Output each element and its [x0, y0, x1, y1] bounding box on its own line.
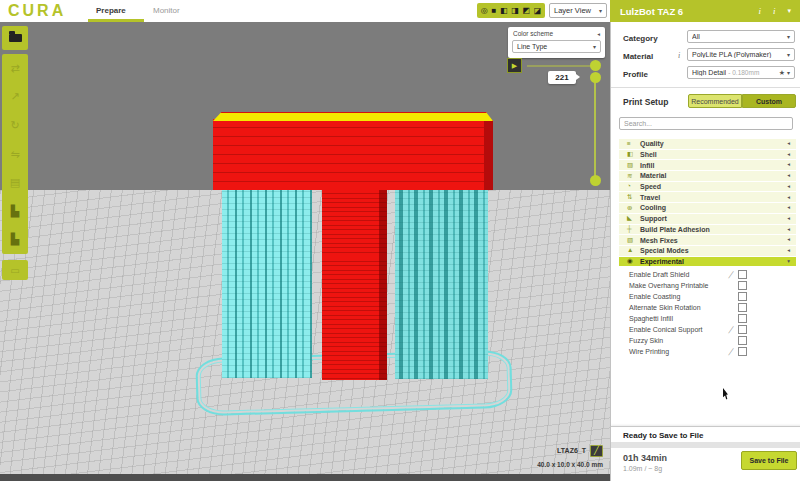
- checkbox-enable-coasting[interactable]: [738, 292, 747, 301]
- view-mode-dropdown[interactable]: Layer View ▾: [549, 3, 607, 18]
- settings-category-speed[interactable]: ◔Speed◂: [619, 182, 796, 192]
- layer-slider-track[interactable]: [594, 77, 596, 180]
- cooling-icon: ⊛: [627, 205, 640, 212]
- category-value: All: [692, 33, 787, 40]
- view-right-icon[interactable]: ◨: [511, 7, 519, 15]
- collapse-panel-icon[interactable]: ▾: [787, 7, 791, 15]
- settings-category-mesh-fixes[interactable]: ▧Mesh Fixes◂: [619, 235, 796, 245]
- settings-category-infill[interactable]: ▨Infill◂: [619, 160, 796, 170]
- chevron-down-icon: ▾: [599, 8, 602, 14]
- model-t-stem[interactable]: [322, 190, 387, 380]
- scale-tool-icon[interactable]: ↗: [2, 83, 28, 112]
- view-mode-value: Layer View: [554, 6, 591, 15]
- color-scheme-dropdown[interactable]: Line Type ▾: [512, 40, 601, 53]
- link-icon: ╱: [728, 348, 733, 356]
- settings-category-list: ≡Quality◂◧Shell◂▨Infill◂≋Material◂◔Speed…: [619, 139, 796, 267]
- rotate-tool-icon[interactable]: ↻: [2, 111, 28, 140]
- layer-slider-top-handle[interactable]: [590, 72, 601, 83]
- setting-label: Make Overhang Printable: [629, 282, 708, 289]
- profile-info-icon[interactable]: i: [773, 6, 776, 16]
- mirror-tool-icon[interactable]: ⇋: [2, 140, 28, 169]
- save-to-file-button[interactable]: Save to File: [741, 451, 797, 470]
- checkbox-make-overhang-printable[interactable]: [738, 281, 747, 290]
- move-tool-icon[interactable]: ⇄: [2, 54, 28, 83]
- material-info-icon[interactable]: i: [678, 51, 680, 60]
- chevron-down-icon: ▾: [787, 52, 790, 58]
- print-setup-label: Print Setup: [623, 97, 668, 107]
- viewport-3d[interactable]: ⇄↗↻⇋▤▙▙ ▭ Color scheme ◂ Line Type ▾ ▶ 2…: [0, 22, 610, 481]
- custom-mode-button[interactable]: Custom: [742, 94, 796, 108]
- recommended-mode-button[interactable]: Recommended: [688, 94, 742, 108]
- profile-dropdown[interactable]: High Detail - 0.180mm ★ ▾: [687, 66, 795, 79]
- settings-category-special-modes[interactable]: ▲Special Modes◂: [619, 246, 796, 256]
- profile-value: High Detail: [692, 69, 726, 76]
- setting-label: Wire Printing: [629, 348, 669, 355]
- setting-row-fuzzy-skin: Fuzzy Skin: [619, 336, 796, 347]
- sidebar-tool-strip: ⇄↗↻⇋▤▙▙: [2, 54, 28, 254]
- checkbox-alternate-skin-rotation[interactable]: [738, 303, 747, 312]
- checkbox-enable-draft-shield[interactable]: [738, 270, 747, 279]
- link-icon: ╱: [728, 271, 733, 279]
- tab-prepare[interactable]: Prepare: [96, 6, 126, 15]
- material-dropdown[interactable]: PolyLite PLA (Polymaker) ▾: [687, 48, 795, 61]
- settings-search-input[interactable]: [619, 117, 793, 130]
- chevron-left-icon: ◂: [787, 141, 790, 147]
- view-top-icon[interactable]: ◩: [522, 7, 530, 15]
- checkbox-wire-printing[interactable]: [738, 347, 747, 356]
- view-left-icon[interactable]: ◧: [500, 7, 508, 15]
- settings-category-travel[interactable]: ⇅Travel◂: [619, 192, 796, 202]
- settings-category-shell[interactable]: ◧Shell◂: [619, 150, 796, 160]
- experimental-icon: ◉: [627, 258, 640, 265]
- experimental-settings-list: Enable Draft Shield╱Make Overhang Printa…: [619, 270, 796, 358]
- print-time-estimate: 01h 34min: [623, 453, 667, 463]
- category-label: Quality: [640, 140, 787, 147]
- setting-label: Enable Draft Shield: [629, 271, 689, 278]
- open-folder-icon: [9, 34, 22, 42]
- setting-row-enable-draft-shield: Enable Draft Shield╱: [619, 270, 796, 281]
- settings-category-support[interactable]: ◣Support◂: [619, 214, 796, 224]
- view-front-icon[interactable]: ■: [491, 7, 496, 15]
- checkbox-fuzzy-skin[interactable]: [738, 336, 747, 345]
- open-file-button[interactable]: [2, 26, 28, 50]
- mouse-cursor: [723, 388, 731, 400]
- category-label: Mesh Fixes: [640, 237, 787, 244]
- layer-number-flag: 221: [548, 71, 576, 84]
- viewport-bottom-strip: [0, 474, 610, 481]
- status-text: Ready to Save to File: [623, 431, 703, 440]
- setting-label: Fuzzy Skin: [629, 337, 663, 344]
- view-3d-icon[interactable]: ◎: [481, 7, 488, 15]
- checkbox-enable-conical-support[interactable]: [738, 325, 747, 334]
- model-t-bar[interactable]: [213, 119, 484, 190]
- checkbox-spaghetti-infill[interactable]: [738, 314, 747, 323]
- rename-model-button[interactable]: ╱: [590, 445, 603, 457]
- chevron-left-icon: ◂: [787, 173, 790, 179]
- playback-slider-handle[interactable]: [590, 60, 601, 71]
- category-dropdown[interactable]: All ▾: [687, 30, 795, 43]
- link-icon: ╱: [728, 326, 733, 334]
- category-label: Cooling: [640, 204, 787, 211]
- category-label: Special Modes: [640, 247, 787, 254]
- chevron-left-icon: ◂: [787, 216, 790, 222]
- layer-play-button[interactable]: ▶: [507, 58, 522, 73]
- model-list-button[interactable]: ▭: [2, 260, 28, 280]
- settings-category-quality[interactable]: ≡Quality◂: [619, 139, 796, 149]
- tab-monitor[interactable]: Monitor: [153, 6, 180, 15]
- custom-supports-icon[interactable]: ▙: [2, 225, 28, 254]
- support-structure-left: [222, 190, 312, 378]
- view-bottom-icon[interactable]: ◪: [534, 7, 542, 15]
- support-blocker-icon[interactable]: ▙: [2, 197, 28, 226]
- settings-category-build-plate-adhesion[interactable]: ┼Build Plate Adhesion◂: [619, 225, 796, 235]
- profile-label: Profile: [623, 70, 648, 79]
- settings-category-experimental[interactable]: ◉Experimental▾: [619, 257, 796, 267]
- category-label: Travel: [640, 194, 787, 201]
- quality-icon: ≡: [627, 141, 640, 148]
- active-tab-underline: [88, 19, 144, 22]
- layer-slider-bottom-handle[interactable]: [590, 175, 601, 186]
- chevron-left-icon[interactable]: ◂: [597, 31, 600, 37]
- settings-category-material[interactable]: ≋Material◂: [619, 171, 796, 181]
- machine-info-icon[interactable]: i: [758, 6, 761, 16]
- per-model-settings-icon[interactable]: ▤: [2, 168, 28, 197]
- settings-category-cooling[interactable]: ⊛Cooling◂: [619, 203, 796, 213]
- shell-icon: ◧: [627, 151, 640, 158]
- playback-slider-track[interactable]: [527, 65, 593, 67]
